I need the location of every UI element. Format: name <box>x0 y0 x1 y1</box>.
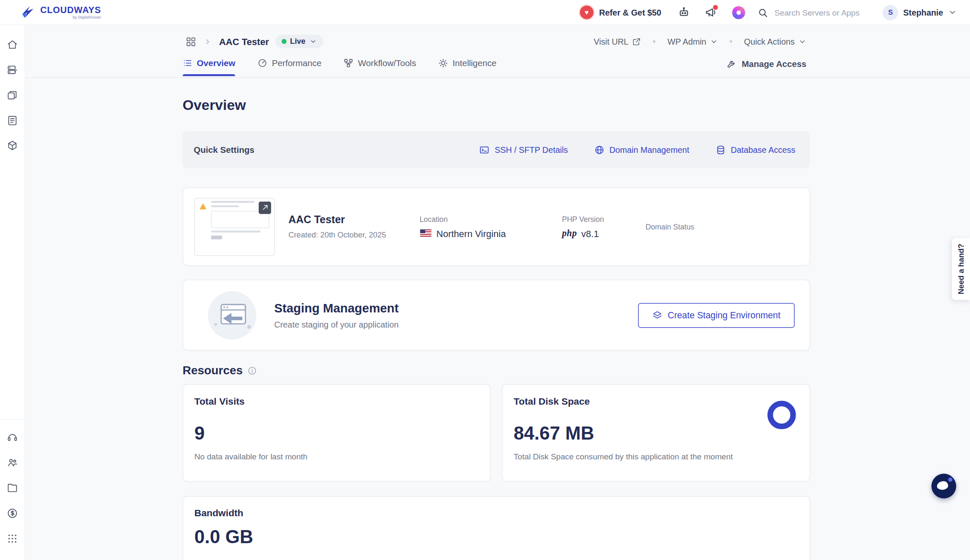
status-badge[interactable]: Live <box>275 35 323 48</box>
domain-management-link[interactable]: Domain Management <box>590 144 693 155</box>
tab-intelligence[interactable]: Intelligence <box>438 58 496 75</box>
quick-actions-label: Quick Actions <box>744 37 795 46</box>
resources-header: Resources <box>182 364 810 377</box>
tab-overview-label: Overview <box>197 58 235 68</box>
chevron-down-icon <box>309 38 317 45</box>
bandwidth-card: Bandwidth 0.0 GB <box>182 496 810 560</box>
copilot-icon <box>732 6 745 19</box>
breadcrumb: AAC Tester Live <box>182 33 323 49</box>
expand-thumbnail-button[interactable] <box>259 201 271 213</box>
grid-dots-icon <box>7 533 18 544</box>
document-icon <box>7 115 18 126</box>
server-icon <box>7 64 18 75</box>
home-icon <box>7 39 18 50</box>
location-value: Northern Virginia <box>436 228 506 238</box>
search-input[interactable] <box>773 7 872 18</box>
sidebar-item-logs[interactable] <box>3 111 22 131</box>
wp-admin-button[interactable]: WP Admin <box>664 36 722 47</box>
ssh-sftp-link[interactable]: SSH / SFTP Details <box>475 144 571 155</box>
top-header: CLOUDWAYS by DigitalOcean ♥ Refer & Get … <box>0 0 970 25</box>
quick-actions-button[interactable]: Quick Actions <box>740 36 810 47</box>
app-info: AAC Tester Created: 20th October, 2025 <box>288 214 419 239</box>
create-staging-label: Create Staging Environment <box>668 310 781 320</box>
dollar-circle-icon <box>7 508 18 519</box>
cloudways-dashboard: CLOUDWAYS by DigitalOcean ♥ Refer & Get … <box>0 0 970 560</box>
copilot-button[interactable] <box>731 4 747 20</box>
tab-workflow-label: Workflow/Tools <box>358 58 416 68</box>
resources-info-button[interactable] <box>248 366 257 375</box>
terminal-icon <box>479 144 490 155</box>
globe-icon <box>594 144 604 155</box>
tab-performance[interactable]: Performance <box>257 58 322 75</box>
sidebar-bottom-group <box>0 419 25 560</box>
app-name-title: AAC Tester <box>219 36 269 47</box>
layers-icon <box>652 310 662 320</box>
chevron-down-icon <box>710 37 718 45</box>
ssh-sftp-label: SSH / SFTP Details <box>495 145 568 154</box>
domain-status-label: Domain Status <box>646 222 694 231</box>
app-actions: Visit URL WP Admin Quick Actions <box>590 36 810 47</box>
need-a-hand-label: Need a hand? <box>957 244 966 294</box>
separator-dot <box>730 40 732 43</box>
need-a-hand-tab[interactable]: Need a hand? <box>952 238 970 300</box>
robot-icon <box>678 6 690 19</box>
location-column: Location Northern Virginia <box>420 215 562 238</box>
brightness-icon <box>438 58 448 68</box>
wrench-icon <box>727 59 737 69</box>
domain-management-label: Domain Management <box>609 145 689 154</box>
sidebar-item-addons[interactable] <box>3 136 22 156</box>
warning-triangle-icon <box>199 203 207 209</box>
sidebar-item-team[interactable] <box>3 453 22 472</box>
tab-workflow-tools[interactable]: Workflow/Tools <box>344 58 416 75</box>
expand-icon <box>262 204 268 211</box>
app-summary-card: AAC Tester Created: 20th October, 2025 L… <box>182 187 810 266</box>
chat-widget-button[interactable] <box>931 474 956 499</box>
page-content: Overview Quick Settings SSH / SFTP Detai… <box>182 78 810 560</box>
sidebar-item-projects[interactable] <box>3 478 22 498</box>
sidebar-item-billing[interactable] <box>3 504 22 523</box>
status-label: Live <box>290 37 305 46</box>
workflow-icon <box>344 58 354 68</box>
cloudways-logo[interactable]: CLOUDWAYS by DigitalOcean <box>0 5 101 20</box>
database-access-link[interactable]: Database Access <box>712 144 799 155</box>
disk-usage-donut <box>767 401 796 429</box>
resource-stats-row: Total Visits 9 No data available for las… <box>182 384 810 482</box>
tab-overview[interactable]: Overview <box>182 58 235 75</box>
refer-button[interactable]: ♥ Refer & Get $50 <box>576 5 665 20</box>
wp-admin-label: WP Admin <box>667 37 706 46</box>
notification-dot <box>713 4 719 11</box>
tabs-bar: Overview Performance Workflow/Tools Inte… <box>25 58 970 78</box>
quick-settings-bar: Quick Settings SSH / SFTP Details Domain… <box>182 131 810 168</box>
announcements-button[interactable] <box>703 4 719 20</box>
disk-space-title: Total Disk Space <box>514 396 799 407</box>
chevron-right-icon <box>204 37 212 45</box>
breadcrumb-row: AAC Tester Live Visit URL WP Admin <box>25 25 970 58</box>
search-icon <box>758 7 768 18</box>
staging-title: Staging Management <box>274 301 399 315</box>
create-staging-button[interactable]: Create Staging Environment <box>638 303 795 328</box>
sidebar-item-home[interactable] <box>3 35 22 54</box>
database-icon <box>715 144 726 155</box>
chevron-down-icon <box>799 37 807 45</box>
sidebar-item-support[interactable] <box>3 427 22 447</box>
apps-grid-breadcrumb-button[interactable] <box>182 33 198 49</box>
headset-icon <box>7 432 18 443</box>
manage-access-button[interactable]: Manage Access <box>723 58 810 76</box>
sidebar-item-apps-grid[interactable] <box>3 529 22 549</box>
manage-access-label: Manage Access <box>742 59 807 69</box>
visit-url-button[interactable]: Visit URL <box>590 36 645 47</box>
total-disk-space-card: Total Disk Space 84.67 MB Total Disk Spa… <box>502 384 810 482</box>
app-created-date: Created: 20th October, 2025 <box>288 231 419 240</box>
user-name: Stephanie <box>903 8 943 17</box>
staging-illustration-icon <box>205 288 259 342</box>
sidebar-item-applications[interactable] <box>3 85 22 105</box>
user-menu[interactable]: S Stephanie <box>883 5 957 20</box>
sidebar-item-servers[interactable] <box>3 60 22 80</box>
external-link-icon <box>632 37 641 46</box>
grid-icon <box>185 36 196 47</box>
info-icon <box>248 366 257 375</box>
heart-icon: ♥ <box>580 5 593 19</box>
live-dot-icon <box>281 39 287 44</box>
tab-intelligence-label: Intelligence <box>453 58 496 68</box>
bot-assistant-button[interactable] <box>676 4 692 20</box>
